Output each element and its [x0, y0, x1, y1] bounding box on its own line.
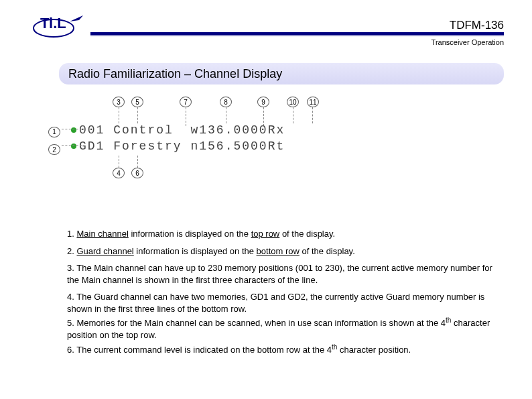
item-6-end: character position. [337, 345, 411, 355]
section-title: Radio Familiarization – Channel Display [59, 63, 504, 84]
header-rule-thin [90, 36, 504, 36]
leader-6 [137, 156, 138, 168]
item-2-pre: 2. [67, 246, 76, 256]
item-2-mid: information is displayed on the [134, 246, 257, 256]
lcd-display: 1 2 001 Control w136.0000Rx GD1 Forestry… [71, 122, 393, 154]
item-1-end: of the display. [279, 229, 335, 239]
callout-11: 11 [307, 97, 319, 107]
item-2-pos: bottom row [257, 246, 300, 256]
lcd-row-main-text: 001 Control w136.0000Rx [79, 123, 285, 137]
leader-11 [312, 107, 313, 123]
svg-text:Ti.L: Ti.L [40, 15, 66, 32]
leader-8 [226, 107, 226, 123]
header: Ti.L TDFM-136 Transceiver Operation [0, 0, 532, 43]
item-1-pos: top row [251, 229, 280, 239]
item-1-pre: 1. [67, 229, 76, 239]
callout-7: 7 [180, 97, 192, 107]
item-6-pre: 6. The current command level is indicate… [67, 345, 332, 355]
callout-2: 2 [48, 144, 60, 155]
leader-2 [62, 145, 82, 146]
top-callouts: 3 5 7 8 9 10 11 [71, 94, 393, 118]
list-item: 2. Guard channel information is displaye… [67, 245, 503, 258]
leader-5 [137, 107, 138, 123]
list-item: 3. The Main channel can have up to 230 m… [67, 262, 503, 286]
header-subtitle: Transceiver Operation [431, 38, 504, 46]
item-1-term: Main channel [76, 229, 128, 239]
list-item: 1. Main channel information is displayed… [67, 228, 503, 240]
channel-display-diagram: 3 5 7 8 9 10 11 1 2 001 Control w136.000… [71, 94, 393, 182]
callout-3: 3 [113, 97, 125, 107]
model-number: TDFM-136 [450, 19, 504, 32]
leader-1 [62, 129, 82, 129]
lcd-row-guard-text: GD1 Forestry n156.5000Rt [79, 139, 285, 153]
callout-8: 8 [220, 97, 232, 107]
brand-logo: Ti.L [31, 13, 91, 43]
callout-6: 6 [131, 168, 143, 178]
header-rule-thick [90, 32, 504, 35]
leader-3 [119, 107, 119, 123]
callout-4: 4 [113, 168, 125, 178]
callout-1: 1 [48, 127, 60, 137]
bottom-callouts: 4 6 [71, 156, 393, 182]
list-item: 6. The current command level is indicate… [67, 343, 503, 356]
left-callouts: 1 2 [48, 122, 60, 158]
item-5-pre: 5. Memories for the Main channel can be … [67, 319, 446, 329]
item-2-term: Guard channel [76, 246, 133, 256]
item-2-end: of the display. [300, 246, 355, 256]
description-list: 1. Main channel information is displayed… [67, 228, 503, 361]
list-item: 5. Memories for the Main channel can be … [67, 316, 503, 341]
leader-4 [119, 156, 119, 168]
item-1-mid: information is displayed on the [129, 229, 251, 239]
callout-10: 10 [287, 97, 299, 107]
lcd-row-main: 001 Control w136.0000Rx [71, 122, 393, 138]
list-item: 4. The Guard channel can have two memori… [67, 291, 503, 315]
leader-10 [293, 107, 293, 123]
lcd-row-guard: GD1 Forestry n156.5000Rt [71, 138, 393, 154]
callout-9: 9 [257, 97, 269, 107]
callout-5: 5 [131, 97, 143, 107]
